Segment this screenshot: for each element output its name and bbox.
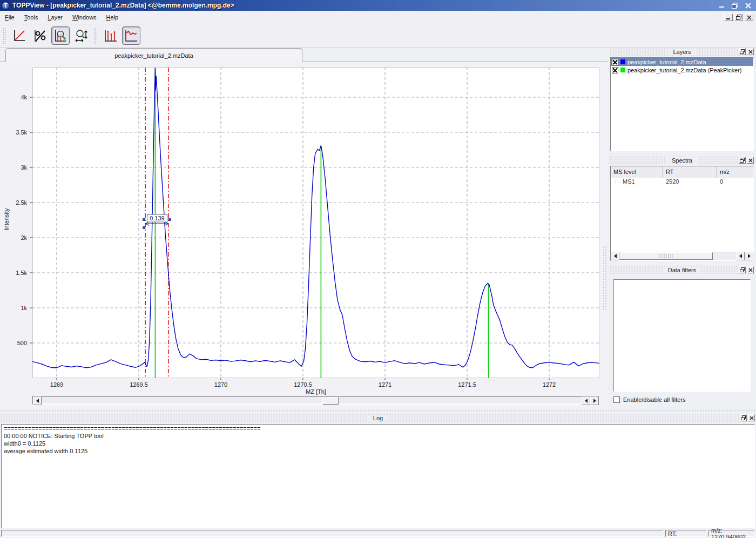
restore-icon[interactable] bbox=[730, 2, 740, 9]
log-panel-header[interactable]: Log bbox=[0, 414, 756, 422]
enable-filters-label: Enable/disable all filters bbox=[623, 396, 686, 403]
y-tick-label: 3k bbox=[2, 164, 27, 171]
data-filters-float-icon[interactable] bbox=[739, 266, 746, 273]
status-rt: RT: bbox=[665, 530, 706, 537]
layer-visibility-checkbox[interactable] bbox=[612, 59, 618, 65]
profile-mode-button[interactable] bbox=[122, 26, 140, 45]
spectra-panel-header[interactable]: Spectra bbox=[609, 156, 755, 165]
minimize-icon[interactable] bbox=[717, 2, 727, 9]
spectra-row[interactable]: MS125200 bbox=[611, 178, 753, 186]
enable-filters-checkbox[interactable] bbox=[613, 396, 620, 403]
spectra-scroll-slider[interactable] bbox=[619, 252, 713, 260]
data-filters-panel-title: Data filters bbox=[663, 267, 702, 273]
spectra-scroll-right-icon[interactable] bbox=[745, 252, 753, 260]
y-tick-label: 2.5k bbox=[2, 199, 27, 206]
x-tick-label: 1270.5 bbox=[294, 381, 312, 388]
peaks-mode-button[interactable] bbox=[102, 26, 120, 45]
spectra-cell: 2520 bbox=[663, 178, 717, 186]
tree-branch-icon bbox=[616, 179, 620, 183]
log-line: ========================================… bbox=[2, 425, 754, 432]
menu-bar: FileToolsLayerWindowsHelp bbox=[0, 11, 756, 24]
spectra-scroll-left2-icon[interactable] bbox=[736, 252, 745, 260]
y-tick-label: 2k bbox=[2, 234, 27, 241]
layer-visibility-checkbox[interactable] bbox=[612, 67, 618, 73]
log-line: average estimated width 0.1125 bbox=[2, 447, 754, 455]
y-tick-label: 500 bbox=[2, 340, 27, 346]
spectra-scroll-track[interactable] bbox=[619, 252, 736, 260]
layers-panel-header[interactable]: Layers bbox=[609, 48, 755, 56]
log-splitter[interactable] bbox=[0, 409, 756, 412]
scroll-left2-icon[interactable] bbox=[582, 396, 590, 405]
layer-item[interactable]: peakpicker_tutorial_2.mzData bbox=[611, 58, 753, 66]
svg-text:0.139: 0.139 bbox=[150, 215, 165, 221]
spectrum-plot[interactable]: 0.139 bbox=[29, 68, 599, 381]
layer-label: peakpicker_tutorial_2.mzData (PeakPicker… bbox=[627, 67, 742, 73]
log-panel-title: Log bbox=[368, 415, 388, 421]
data-filters-close-icon[interactable] bbox=[747, 266, 754, 273]
spectra-column-header[interactable]: MS level bbox=[611, 166, 663, 178]
log-line: width0 = 0.1125 bbox=[2, 440, 754, 447]
log-float-icon[interactable] bbox=[740, 414, 747, 421]
spectrum-hscrollbar[interactable] bbox=[32, 396, 599, 405]
spectra-table[interactable]: MS levelRTm/z MS125200 bbox=[610, 166, 754, 261]
menu-help[interactable]: Help bbox=[102, 12, 124, 22]
translate-mode-icon bbox=[74, 29, 88, 43]
app-icon: T bbox=[2, 2, 10, 10]
mdi-restore-icon[interactable] bbox=[734, 14, 743, 21]
layer-label: peakpicker_tutorial_2.mzData bbox=[627, 59, 706, 65]
intensity-percentage-button[interactable] bbox=[31, 26, 49, 45]
toolbar-handle[interactable] bbox=[3, 28, 6, 44]
layer-item[interactable]: peakpicker_tutorial_2.mzData (PeakPicker… bbox=[611, 66, 753, 74]
layers-float-icon[interactable] bbox=[739, 48, 746, 55]
scroll-slider[interactable] bbox=[322, 397, 339, 405]
log-close-icon[interactable] bbox=[748, 414, 755, 421]
x-tick-label: 1269 bbox=[50, 381, 63, 388]
x-tick-label: 1271 bbox=[379, 381, 392, 388]
close-icon[interactable] bbox=[743, 2, 753, 9]
layers-list[interactable]: peakpicker_tutorial_2.mzDatapeakpicker_t… bbox=[610, 57, 754, 151]
window-title: TOPPView - [peakpicker_tutorial_2.mzData… bbox=[12, 2, 234, 9]
log-line: 00:00:00 NOTICE: Starting TOPP tool bbox=[2, 432, 754, 440]
mdi-close-icon[interactable] bbox=[745, 14, 753, 21]
data-filters-list[interactable] bbox=[613, 279, 751, 392]
zoom-mode-icon bbox=[53, 29, 68, 43]
vertical-splitter[interactable] bbox=[603, 246, 607, 311]
translate-mode-button[interactable] bbox=[72, 26, 90, 45]
mdi-minimize-icon[interactable] bbox=[724, 14, 733, 21]
layers-panel-title: Layers bbox=[667, 49, 696, 55]
scroll-right-icon[interactable] bbox=[590, 396, 599, 405]
log-text-area: ========================================… bbox=[1, 424, 755, 528]
x-tick-label: 1270 bbox=[214, 381, 227, 388]
layer-color-swatch bbox=[620, 59, 625, 64]
spectrum-canvas[interactable]: Intensity 0.139 5001k1.5k2k2.5k3k3.5k4k1… bbox=[0, 62, 608, 411]
spectra-column-header[interactable]: m/z bbox=[717, 166, 753, 178]
menu-file[interactable]: File bbox=[0, 12, 19, 22]
spectra-hscrollbar[interactable] bbox=[611, 252, 753, 260]
data-filters-panel-header[interactable]: Data filters bbox=[609, 266, 755, 274]
status-message bbox=[1, 530, 663, 537]
scroll-left-icon[interactable] bbox=[33, 396, 42, 405]
spectra-close-icon[interactable] bbox=[747, 157, 754, 164]
spectra-column-header[interactable]: RT bbox=[663, 166, 717, 178]
y-tick-label: 1.5k bbox=[2, 270, 27, 276]
x-tick-label: 1269.5 bbox=[130, 381, 148, 388]
spectra-cell: MS1 bbox=[611, 178, 663, 186]
menu-windows[interactable]: Windows bbox=[68, 12, 102, 22]
zoom-mode-button[interactable] bbox=[51, 26, 70, 45]
tab-label: peakpicker_tutorial_2.mzData bbox=[114, 52, 193, 59]
x-tick-label: 1272 bbox=[543, 381, 556, 388]
menu-tools[interactable]: Tools bbox=[19, 12, 43, 22]
peaks-mode-icon bbox=[104, 29, 118, 43]
reset-zoom-button[interactable] bbox=[10, 26, 29, 45]
toolbar bbox=[0, 24, 756, 48]
spectra-cell: 0 bbox=[717, 178, 753, 186]
spectra-scroll-left-icon[interactable] bbox=[611, 252, 619, 260]
status-bar: RT: m/z: 1270.940602 bbox=[0, 529, 756, 538]
tab-spectrum-view[interactable]: peakpicker_tutorial_2.mzData bbox=[5, 48, 302, 62]
menu-layer[interactable]: Layer bbox=[43, 12, 68, 22]
status-mz: m/z: 1270.940602 bbox=[708, 530, 755, 537]
y-tick-label: 3.5k bbox=[2, 129, 27, 136]
scroll-track[interactable] bbox=[42, 396, 582, 404]
spectra-float-icon[interactable] bbox=[739, 157, 746, 164]
layers-close-icon[interactable] bbox=[747, 48, 754, 55]
